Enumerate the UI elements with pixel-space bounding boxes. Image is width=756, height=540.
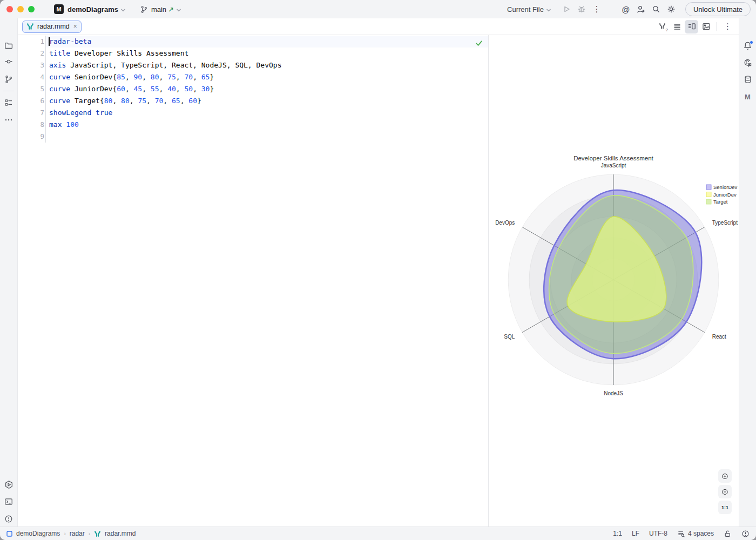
zoom-out-button[interactable] bbox=[718, 485, 732, 498]
inspections-status-widget[interactable] bbox=[475, 39, 483, 47]
more-actions-button[interactable]: ⋮ bbox=[589, 2, 604, 17]
code-line[interactable]: radar-beta bbox=[46, 36, 488, 48]
horizontal-ellipsis-icon bbox=[4, 116, 13, 124]
notifications-button[interactable] bbox=[740, 38, 755, 53]
mermaid-help-button[interactable]: ? bbox=[656, 20, 669, 33]
minimize-window-button[interactable] bbox=[17, 6, 24, 12]
breadcrumb-project[interactable]: demoDiagrams bbox=[16, 530, 60, 537]
left-tool-strip bbox=[0, 18, 18, 526]
split-view-button[interactable] bbox=[685, 20, 698, 33]
ai-chat-icon bbox=[743, 58, 752, 68]
legend-swatch-target bbox=[706, 199, 711, 204]
line-number: 9 bbox=[18, 131, 45, 143]
vertical-ellipsis-icon: ⋮ bbox=[724, 22, 732, 31]
code-token: , bbox=[130, 97, 138, 105]
list-icon bbox=[673, 22, 681, 31]
code-line[interactable]: title Developer Skills Assessment bbox=[46, 48, 488, 59]
code-token: curve bbox=[49, 97, 70, 105]
caret-position-widget[interactable]: 1:1 bbox=[613, 530, 622, 537]
search-everywhere-button[interactable] bbox=[649, 2, 664, 17]
code-token: 60 bbox=[117, 85, 125, 93]
code-line[interactable]: axis JavaScript, TypeScript, React, Node… bbox=[46, 59, 488, 71]
ide-window: M demoDiagrams main ↗ Current File bbox=[0, 0, 756, 540]
commit-tool-button[interactable] bbox=[1, 54, 16, 69]
ai-assistant-button[interactable]: @ bbox=[618, 2, 633, 17]
code-line[interactable]: curve SeniorDev{85, 90, 80, 75, 70, 65} bbox=[46, 71, 488, 83]
vcs-widget[interactable]: main ↗ bbox=[140, 5, 181, 14]
structure-icon bbox=[4, 98, 13, 107]
radar-axis-label: NodeJS bbox=[604, 390, 623, 396]
notification-badge bbox=[750, 40, 753, 44]
breadcrumb-file[interactable]: radar.mmd bbox=[105, 530, 136, 537]
zoom-reset-button[interactable]: 1:1 bbox=[718, 501, 732, 514]
fullscreen-window-button[interactable] bbox=[28, 6, 35, 12]
database-icon bbox=[744, 75, 752, 84]
structure-tool-button[interactable] bbox=[1, 95, 16, 110]
line-ending-widget[interactable]: LF bbox=[632, 530, 639, 537]
settings-button[interactable] bbox=[664, 2, 679, 17]
breadcrumb-separator: › bbox=[89, 531, 90, 537]
legend-label-juniordev: JuniorDev bbox=[713, 192, 737, 198]
radar-axis-label: TypeScript bbox=[712, 220, 738, 226]
right-tool-strip: M bbox=[739, 18, 756, 526]
unlocked-padlock-icon bbox=[724, 530, 732, 538]
database-tool-button[interactable] bbox=[740, 72, 755, 87]
file-lock-widget[interactable] bbox=[724, 530, 732, 538]
problems-tool-button[interactable] bbox=[1, 511, 16, 526]
run-configuration-selector[interactable]: Current File bbox=[507, 5, 551, 14]
editor-more-options-button[interactable]: ⋮ bbox=[721, 20, 734, 33]
legend-swatch-seniordev bbox=[706, 185, 711, 190]
project-name[interactable]: demoDiagrams bbox=[68, 5, 118, 14]
code-line[interactable]: curve Target{80, 80, 75, 70, 65, 60} bbox=[46, 95, 488, 107]
text-caret bbox=[49, 37, 50, 46]
maven-tool-button[interactable]: M bbox=[740, 89, 755, 104]
chevron-down-icon[interactable] bbox=[120, 8, 126, 12]
services-hexagon-play-icon bbox=[4, 480, 14, 489]
code-editor[interactable]: 123456789 radar-betatitle Developer Skil… bbox=[18, 35, 489, 526]
tab-radar-mmd[interactable]: radar.mmd × bbox=[22, 21, 82, 33]
ai-assistant-tool-button[interactable] bbox=[740, 55, 755, 70]
status-notifications-widget[interactable] bbox=[741, 530, 750, 538]
diagram-preview-panel[interactable]: JavaScriptTypeScriptReactNodeJSSQLDevOps… bbox=[489, 35, 739, 526]
vcs-tool-button[interactable] bbox=[1, 72, 16, 87]
radar-chart: JavaScriptTypeScriptReactNodeJSSQLDevOps… bbox=[489, 35, 739, 526]
more-tool-windows-button[interactable] bbox=[1, 112, 16, 127]
code-with-me-button[interactable] bbox=[633, 2, 649, 17]
traffic-lights bbox=[6, 6, 35, 12]
code-token: JuniorDev{ bbox=[70, 85, 117, 93]
editor-only-view-button[interactable] bbox=[670, 20, 684, 33]
unlock-ultimate-button[interactable]: Unlock Ultimate bbox=[685, 2, 751, 16]
code-token: showLegend bbox=[49, 109, 91, 117]
zoom-in-button[interactable] bbox=[718, 469, 732, 483]
code-token: 80 bbox=[151, 73, 159, 81]
encoding-widget[interactable]: UTF-8 bbox=[649, 530, 667, 537]
preview-only-view-button[interactable] bbox=[699, 20, 713, 33]
project-icon[interactable]: M bbox=[54, 4, 64, 14]
commit-icon bbox=[4, 57, 13, 66]
code-line[interactable]: showLegend true bbox=[46, 107, 488, 119]
line-number: 4 bbox=[18, 71, 45, 83]
maven-icon: M bbox=[745, 93, 751, 101]
code-line[interactable] bbox=[46, 131, 488, 143]
code-token: 70 bbox=[184, 73, 193, 81]
code-line[interactable]: max 100 bbox=[46, 119, 488, 131]
terminal-tool-button[interactable] bbox=[1, 494, 16, 509]
run-button[interactable] bbox=[559, 2, 574, 17]
project-tool-button[interactable] bbox=[1, 38, 16, 53]
close-tab-icon[interactable]: × bbox=[73, 23, 77, 30]
image-icon bbox=[702, 22, 711, 31]
line-number: 6 bbox=[18, 95, 45, 107]
strip-separator bbox=[3, 91, 14, 91]
indent-widget[interactable]: 4 spaces bbox=[677, 530, 714, 538]
code-token: , bbox=[163, 97, 172, 105]
breadcrumb-folder[interactable]: radar bbox=[70, 530, 85, 537]
debug-button[interactable] bbox=[574, 2, 589, 17]
outgoing-commits-arrow-icon: ↗ bbox=[168, 5, 174, 14]
close-window-button[interactable] bbox=[6, 6, 13, 12]
services-tool-button[interactable] bbox=[1, 477, 16, 492]
vertical-ellipsis-icon: ⋮ bbox=[592, 4, 600, 14]
code-token: 70 bbox=[155, 97, 164, 105]
warning-circle-icon bbox=[4, 515, 13, 523]
code-line[interactable]: curve JuniorDev{60, 45, 55, 40, 50, 30} bbox=[46, 83, 488, 95]
code-token bbox=[91, 109, 96, 117]
